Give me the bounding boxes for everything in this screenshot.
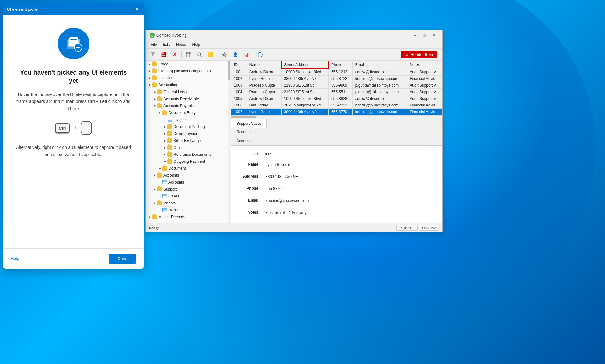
detail-tab-support-cases[interactable]: Support Cases [231, 119, 267, 128]
tree-item[interactable]: ▼Document Entry [146, 109, 231, 116]
toolbar-delete-button[interactable]: ✕ [170, 50, 179, 59]
table-row[interactable]: 1003Pradeep Gupta21930 SE 51st St555-990… [231, 82, 442, 89]
table-col-header[interactable]: Name [247, 61, 281, 69]
tree-toggle-icon[interactable]: ▶ [162, 131, 167, 136]
picker-done-button[interactable]: Done [109, 254, 136, 264]
minimize-button[interactable]: ─ [411, 32, 419, 39]
restore-button[interactable]: □ [420, 32, 429, 39]
tree-item[interactable]: ▼Accounts Payable [146, 102, 231, 109]
tree-item[interactable]: ▶Office [146, 61, 231, 68]
table-cell: Pradeep Gupta [247, 82, 281, 89]
detail-email-input[interactable] [263, 197, 436, 204]
close-button[interactable]: ✕ [430, 32, 438, 39]
tree-toggle-icon[interactable]: ▶ [162, 145, 167, 150]
detail-name-input[interactable] [263, 161, 436, 168]
tree-toggle-icon[interactable]: ▼ [157, 110, 162, 115]
tree-toggle-icon[interactable]: ▶ [147, 62, 152, 67]
table-col-header[interactable]: Notes [407, 61, 442, 69]
table-cell: p.gupta@tailspintoys.com [352, 82, 407, 89]
tree-panel[interactable]: ▶Office▶Cross-Application Components▶Log… [146, 61, 231, 223]
tree-item[interactable]: Cases [146, 193, 231, 200]
tree-toggle-icon[interactable] [157, 194, 162, 199]
tree-toggle-icon[interactable] [157, 208, 162, 213]
tree-item[interactable]: ▶Logistics [146, 75, 231, 82]
tree-item[interactable]: ▶Cross-Application Components [146, 68, 231, 75]
tree-scrollbar-thumb[interactable] [228, 61, 230, 80]
tree-item[interactable]: Records [146, 207, 231, 214]
detail-phone-input[interactable] [263, 185, 436, 192]
tree-toggle-icon[interactable] [162, 117, 167, 122]
tree-item-label: Logistics [158, 76, 173, 80]
table-col-header[interactable]: Street Address [281, 61, 328, 69]
tree-item[interactable]: ▶Document [146, 165, 231, 172]
table-row[interactable]: 1001Andrew Dixon10900 Stonelake Blvd555-… [231, 69, 442, 76]
table-col-header[interactable]: Phone [329, 61, 353, 69]
table-col-header[interactable]: Email [352, 61, 407, 69]
tree-toggle-icon[interactable]: ▼ [152, 103, 157, 108]
table-cell: 21930 SE 51st St [281, 89, 328, 95]
tree-scrollbar[interactable] [228, 61, 231, 223]
tree-item[interactable]: ▼Visitors [146, 200, 231, 207]
tree-item[interactable]: ▼Accounts [146, 172, 231, 179]
toolbar-search-button[interactable] [195, 50, 204, 59]
picker-help-button[interactable]: Help [11, 256, 19, 261]
tree-item[interactable]: ▶Master Records [146, 214, 231, 221]
tree-item[interactable]: ▶General Ledger [146, 88, 231, 95]
tree-toggle-icon[interactable]: ▶ [147, 215, 152, 220]
table-row[interactable]: 1002Lynne Robbins3800 148th Ave NE555-87… [231, 76, 442, 82]
tree-item-label: Reference Documents [174, 152, 211, 157]
tree-toggle-icon[interactable]: ▶ [162, 159, 167, 164]
tree-item[interactable]: ▶Reference Documents [146, 151, 231, 158]
detail-tab-annotations[interactable]: Annotations [231, 136, 267, 145]
table-hscroll-thumb[interactable] [231, 116, 256, 118]
toolbar-save-button[interactable] [159, 50, 168, 59]
tree-toggle-icon[interactable] [157, 180, 162, 185]
table-row[interactable]: 1004Pradeep Gupta21930 SE 51st St555-551… [231, 89, 442, 95]
menu-file[interactable]: File [148, 41, 159, 48]
detail-tab-records[interactable]: Records [231, 128, 267, 136]
tree-toggle-icon[interactable]: ▶ [152, 89, 157, 94]
tree-item[interactable]: ▶Bill of Exchange [146, 137, 231, 144]
toolbar-info-button[interactable]: i [255, 50, 265, 59]
tree-item[interactable]: ▼Accounting [146, 82, 231, 88]
tree-item[interactable]: ▶Document Parking [146, 123, 231, 130]
tree-toggle-icon[interactable]: ▶ [157, 166, 162, 171]
table-cell: Financial Advis [407, 109, 442, 115]
tree-item[interactable]: ▼Support [146, 186, 231, 193]
toolbar-chart-button[interactable]: 📊 [241, 50, 251, 59]
toolbar-table-button[interactable] [184, 50, 193, 59]
table-hscroll[interactable] [231, 115, 442, 118]
table-row[interactable]: 1007Lynne Robbins3800 148th Ave NE555-87… [231, 109, 442, 115]
picker-close-button[interactable]: ✕ [134, 6, 140, 12]
tree-toggle-icon[interactable]: ▼ [152, 201, 157, 206]
tree-item[interactable]: ▶Down Payment [146, 130, 231, 137]
toolbar-note-button[interactable]: 🟨 [205, 50, 215, 59]
tree-toggle-icon[interactable]: ▶ [162, 152, 167, 157]
tree-toggle-icon[interactable]: ▶ [147, 69, 152, 74]
menu-edit[interactable]: Edit [161, 41, 172, 48]
toolbar-user-button[interactable]: 👤 [230, 50, 240, 59]
tree-item[interactable]: ▶Accounts Receivable [146, 95, 231, 102]
menu-notes[interactable]: Notes [174, 41, 188, 48]
table-col-header[interactable]: ID [231, 61, 247, 69]
tree-item[interactable]: Accounts [146, 179, 231, 186]
tree-toggle-icon[interactable]: ▶ [147, 76, 152, 81]
tree-toggle-icon[interactable]: ▼ [152, 173, 157, 178]
tree-toggle-icon[interactable]: ▼ [147, 82, 152, 88]
menu-help[interactable]: Help [190, 41, 203, 48]
detail-address-input[interactable] [263, 173, 436, 180]
svg-rect-25 [162, 180, 167, 184]
table-row[interactable]: 1005Andrew Dixon10900 Stonelake Blvd555-… [231, 95, 442, 102]
tree-toggle-icon[interactable]: ▼ [152, 187, 157, 192]
table-row[interactable]: 1006Bart Friday7875 Montgomery Rd555-223… [231, 102, 442, 109]
header-item-badge[interactable]: 🗂 Header Item [401, 51, 437, 58]
tree-toggle-icon[interactable]: ▶ [152, 96, 157, 101]
tree-toggle-icon[interactable]: ▶ [162, 124, 167, 129]
tree-item[interactable]: ▶Outgoing Payment [146, 158, 231, 165]
toolbar-settings-button[interactable] [220, 50, 229, 59]
detail-notes-textarea[interactable]: Financial Advisory [263, 209, 436, 223]
toolbar-new-button[interactable] [148, 50, 158, 59]
tree-item[interactable]: Invoices [146, 116, 231, 123]
tree-item[interactable]: ▶Other [146, 144, 231, 151]
tree-toggle-icon[interactable]: ▶ [162, 138, 167, 143]
